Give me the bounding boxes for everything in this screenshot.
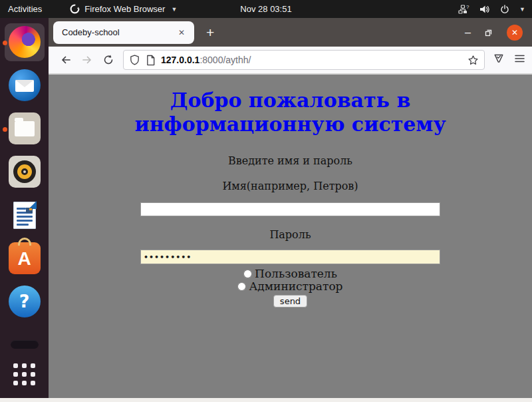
apps-grid-icon — [11, 361, 38, 388]
dock-item-trash[interactable] — [5, 335, 45, 354]
tab-close-icon[interactable]: ✕ — [176, 27, 188, 39]
hamburger-menu-icon[interactable] — [514, 53, 525, 67]
name-input[interactable] — [140, 202, 440, 216]
app-menu-caret-icon: ▼ — [171, 6, 177, 13]
forward-button[interactable] — [76, 51, 98, 69]
dock-item-libreoffice-writer[interactable] — [5, 196, 45, 234]
password-input[interactable] — [140, 250, 440, 264]
tray-chevron-down-icon: ▼ — [519, 6, 525, 13]
role-radio-group: Пользователь Администратор — [237, 268, 342, 293]
dock-item-files[interactable] — [5, 110, 45, 148]
running-indicator — [3, 41, 7, 45]
firefox-icon — [9, 26, 41, 58]
tab-bar: Codeby-school ✕ + – ✕ — [49, 18, 532, 47]
admin-radio[interactable] — [237, 282, 246, 291]
dock-item-thunderbird[interactable] — [5, 67, 45, 104]
shield-check-icon[interactable] — [493, 53, 505, 67]
intro-text: Введите имя и пароль — [228, 154, 352, 167]
url-text[interactable]: 127.0.0.1:8000/aythh/ — [161, 55, 464, 65]
url-path: :8000/aythh/ — [200, 55, 251, 65]
trash-icon — [11, 340, 39, 349]
firefox-mini-icon — [70, 4, 80, 14]
admin-radio-label: Администратор — [249, 280, 342, 293]
power-icon — [499, 4, 510, 15]
thunderbird-icon — [9, 69, 41, 101]
role-option-admin[interactable]: Администратор — [237, 280, 342, 293]
back-button[interactable] — [55, 51, 76, 69]
shield-icon[interactable] — [129, 54, 140, 66]
ubuntu-software-icon: A — [9, 242, 41, 274]
toolbar-right — [493, 53, 525, 67]
system-top-bar: Activities Firefox Web Browser ▼ Nov 28 … — [0, 0, 532, 18]
url-host: 127.0.0.1 — [161, 55, 200, 65]
help-icon: ? — [9, 286, 41, 317]
app-menu-label: Firefox Web Browser — [84, 4, 165, 14]
web-page: Добро пожаловать в информационную систем… — [49, 75, 532, 399]
libreoffice-writer-icon — [9, 199, 41, 231]
reload-button[interactable] — [98, 51, 119, 69]
activities-button[interactable]: Activities — [8, 4, 42, 14]
role-option-user[interactable]: Пользователь — [243, 268, 337, 280]
page-title: Добро пожаловать в информационную систем… — [78, 89, 503, 136]
dock-item-ubuntu-software[interactable]: A — [5, 240, 45, 278]
rhythmbox-icon — [9, 156, 41, 188]
tab-codeby-school[interactable]: Codeby-school ✕ — [53, 21, 194, 44]
app-menu[interactable]: Firefox Web Browser ▼ — [70, 4, 177, 14]
show-applications-button[interactable] — [5, 355, 45, 393]
user-radio-label: Пользователь — [255, 268, 337, 280]
bookmark-star-icon[interactable] — [467, 55, 479, 66]
tab-title: Codeby-school — [62, 27, 176, 37]
window-controls: – ✕ — [465, 18, 523, 47]
page-info-icon[interactable] — [146, 55, 156, 66]
browser-window: Codeby-school ✕ + – ✕ — [49, 18, 532, 399]
url-bar[interactable]: 127.0.0.1:8000/aythh/ — [123, 50, 485, 70]
dock-item-firefox[interactable] — [5, 23, 45, 61]
close-button[interactable]: ✕ — [507, 25, 523, 41]
send-button[interactable]: send — [273, 295, 307, 307]
window-bottom-edge — [0, 398, 532, 402]
password-label: Пароль — [269, 228, 311, 241]
restore-button[interactable] — [484, 28, 493, 37]
dock-item-rhythmbox[interactable] — [5, 153, 45, 191]
dock: A ? — [0, 18, 49, 399]
user-radio[interactable] — [243, 270, 252, 278]
system-tray[interactable]: ? ▼ — [458, 0, 525, 18]
name-label: Имя(например, Петров) — [222, 180, 358, 192]
network-icon: ? — [458, 4, 469, 15]
files-icon — [9, 112, 41, 144]
desktop: Activities Firefox Web Browser ▼ Nov 28 … — [0, 0, 532, 402]
navigation-toolbar: 127.0.0.1:8000/aythh/ — [49, 47, 532, 75]
new-tab-button[interactable]: + — [202, 25, 218, 41]
dock-item-help[interactable]: ? — [5, 283, 45, 321]
svg-text:?: ? — [466, 4, 469, 10]
volume-icon — [479, 4, 490, 15]
minimize-button[interactable]: – — [465, 29, 471, 36]
running-indicator — [3, 127, 7, 132]
